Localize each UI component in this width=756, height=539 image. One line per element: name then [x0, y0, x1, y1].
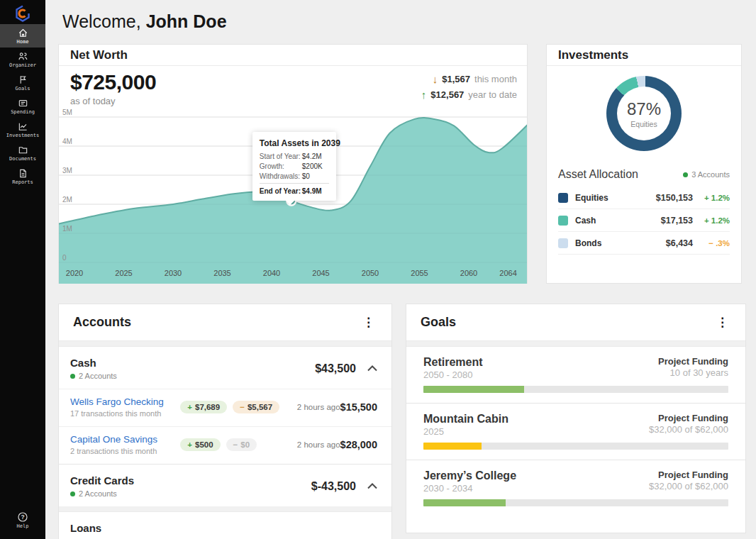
y-tick-label: 5M	[62, 109, 72, 116]
account-updated: 2 hours ago	[291, 403, 340, 411]
collapse-chevron-up-icon[interactable]	[367, 365, 377, 372]
goal-progress-fill	[423, 443, 482, 450]
line-chart-icon	[18, 121, 28, 132]
tooltip-value: $4.9M	[302, 187, 322, 195]
goal-name: Retirement	[423, 356, 483, 369]
goal-funding-label: Project Funding	[649, 413, 728, 423]
accounts-menu-button[interactable]: ⋮	[360, 315, 377, 330]
sidebar-item-documents[interactable]: Documents	[0, 141, 45, 165]
help-icon: ?	[17, 511, 28, 523]
report-icon	[18, 168, 28, 179]
goals-menu-button[interactable]: ⋮	[713, 315, 731, 330]
investments-title: Investments	[558, 48, 628, 62]
chart-tooltip: Total Assets in 2039 Start of Year: $4.2…	[252, 132, 336, 201]
status-dot-icon	[70, 491, 75, 496]
sidebar-item-reports[interactable]: Reports	[0, 165, 45, 188]
x-tick-label: 2045	[312, 269, 329, 277]
stat-year-to-date: ↑ $12,567 year to date	[421, 89, 517, 101]
sidebar-item-label: Goals	[15, 86, 30, 91]
accounts-note-text: 3 Accounts	[691, 170, 730, 179]
asset-allocation-header: Asset Allocation 3 Accounts	[547, 168, 741, 181]
allocation-row-bonds[interactable]: Bonds $6,434 − .3%	[558, 232, 730, 255]
tooltip-value: $4.2M	[302, 152, 322, 160]
svg-text:?: ?	[21, 513, 24, 521]
asset-allocation-rows: Equities $150,153 + 1.2% Cash $17,153 + …	[547, 187, 741, 255]
tooltip-value: $200K	[302, 162, 323, 170]
tooltip-total-row: End of Year: $4.9M	[260, 183, 329, 195]
outflow-badge: −$0	[226, 438, 257, 451]
allocation-row-equities[interactable]: Equities $150,153 + 1.2%	[558, 187, 730, 209]
account-pills: +$7,689 −$5,567	[180, 401, 291, 413]
sidebar-item-goals[interactable]: Goals	[0, 71, 45, 94]
tooltip-row: Start of Year: $4.2M	[260, 152, 329, 160]
sidebar-item-help[interactable]: ? Help	[0, 509, 45, 532]
net-worth-body: $725,000 as of today ↓ $1,567 this month…	[59, 66, 527, 284]
sidebar-item-organizer[interactable]: Organizer	[0, 48, 45, 71]
stat-this-month: ↓ $1,567 this month	[421, 73, 517, 85]
divider	[59, 341, 391, 347]
goal-period: 2050 - 2080	[423, 369, 483, 380]
inflow-amount: $7,689	[195, 403, 220, 411]
divider	[406, 341, 745, 347]
sidebar: Home Organizer Goals Spending Investment…	[0, 0, 45, 539]
goal-progress-fill	[423, 499, 506, 506]
group-accounts-note: 2 Accounts	[70, 489, 134, 498]
status-dot-icon	[683, 172, 688, 177]
plus-icon: +	[187, 440, 192, 449]
account-updated: 2 hours ago	[291, 440, 340, 449]
loans-group-header: Loans	[59, 512, 391, 534]
group-name: Loans	[70, 522, 380, 534]
net-worth-value: $725,000	[70, 70, 156, 94]
arrow-down-icon: ↓	[433, 73, 438, 85]
goal-progress-track	[423, 386, 728, 393]
x-tick-label: 2025	[115, 269, 132, 277]
donut-label: Equities	[630, 120, 657, 128]
app-logo[interactable]	[0, 0, 45, 24]
goal-progress-track	[423, 499, 728, 506]
equities-swatch-icon	[558, 193, 568, 203]
allocation-name: Cash	[575, 216, 642, 226]
goal-item-mountain-cabin[interactable]: Mountain Cabin 2025 Project Funding $32,…	[406, 403, 745, 460]
goal-item-retirement[interactable]: Retirement 2050 - 2080 Project Funding 1…	[406, 347, 745, 403]
main-content: Welcome, John Doe Net Worth $725,000 as …	[45, 0, 756, 539]
allocation-row-cash[interactable]: Cash $17,153 + 1.2%	[558, 209, 730, 232]
collapse-chevron-up-icon[interactable]	[367, 483, 377, 489]
tooltip-label: End of Year:	[260, 187, 302, 195]
donut-center: 87% Equities	[617, 87, 671, 140]
organizer-icon	[18, 51, 28, 62]
goal-funding-value: $32,000 of $62,000	[649, 481, 728, 491]
tooltip-row: Growth: $200K	[260, 162, 329, 170]
goal-item-jeremys-college[interactable]: Jeremy’s College 2030 - 2034 Project Fun…	[406, 460, 745, 516]
cash-group-header: Cash 2 Accounts $43,500	[59, 347, 391, 389]
stat-label: year to date	[468, 89, 517, 100]
account-link[interactable]: Capital One Savings	[70, 434, 180, 445]
net-worth-asof: as of today	[70, 96, 156, 106]
logo-icon	[13, 4, 32, 23]
x-tick-label: 2064	[499, 269, 516, 277]
outflow-badge: −$5,567	[233, 401, 279, 413]
asset-allocation-donut-chart[interactable]: 87% Equities	[606, 76, 682, 151]
divider	[59, 506, 391, 512]
allocation-change: + 1.2%	[693, 216, 730, 225]
account-row: Capital One Savings 2 transactions this …	[59, 426, 391, 464]
group-name: Cash	[70, 357, 117, 369]
y-tick-label: 2M	[62, 196, 72, 204]
minus-icon: −	[233, 440, 238, 449]
x-tick-label: 2030	[165, 269, 182, 277]
group-accounts-note: 2 Accounts	[70, 372, 117, 380]
investments-header: Investments	[547, 45, 741, 66]
account-link[interactable]: Wells Fargo Checking	[70, 396, 180, 407]
sidebar-item-investments[interactable]: Investments	[0, 118, 45, 141]
page-title: Welcome, John Doe	[62, 11, 227, 32]
goal-name: Jeremy’s College	[423, 469, 516, 482]
sidebar-item-spending[interactable]: Spending	[0, 94, 45, 118]
tooltip-label: Withdrawals:	[260, 172, 302, 180]
accounts-note: 3 Accounts	[683, 170, 730, 179]
tooltip-label: Growth:	[260, 162, 302, 170]
account-balance: $28,000	[340, 439, 377, 450]
inflow-badge: +$7,689	[180, 401, 227, 413]
sidebar-item-label: Reports	[12, 179, 33, 185]
accounts-note-text: 2 Accounts	[79, 372, 117, 380]
donut-wrap: 87% Equities	[547, 76, 741, 151]
sidebar-item-home[interactable]: Home	[0, 24, 45, 48]
